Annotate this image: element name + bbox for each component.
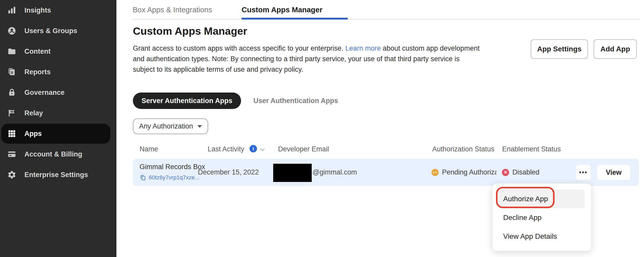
active-tab-underline [242,18,348,20]
tab-custom-apps-manager[interactable]: Custom Apps Manager [242,6,323,14]
sidebar-item-label: Enterprise Settings [24,171,88,179]
main-content: Box Apps & Integrations Custom Apps Mana… [116,0,644,257]
sidebar-item-label: Relay [24,109,43,117]
copy-icon [140,174,146,181]
menu-item-view-app-details[interactable]: View App Details [503,232,557,241]
sidebar-item-apps[interactable]: Apps [0,123,116,144]
sidebar-item-label: Apps [24,130,42,138]
sidebar-item-relay[interactable]: Relay [0,103,116,123]
sidebar-item-label: Governance [24,89,65,97]
server-authentication-apps-toggle[interactable]: Server Authentication Apps [133,93,241,109]
more-options-button[interactable]: ••• [576,164,591,180]
authorization-status-cell: ••• Pending Authorization [431,159,496,186]
enablement-status-text: Disabled [512,168,539,176]
view-button[interactable]: View [597,164,631,180]
page-description: Grant access to custom apps with access … [133,43,480,75]
sidebar-item-label: Account & Billing [24,150,82,158]
authorization-filter-value: Any Authorization [139,122,193,130]
menu-item-authorize-app[interactable]: Authorize App [503,195,548,203]
sidebar-item-content[interactable]: Content [0,41,116,62]
menu-item-decline-app[interactable]: Decline App [503,214,541,222]
description-line-3: subject to its applicable terms of use a… [133,64,480,75]
grid-icon [7,129,16,138]
description-line-2: and authentication types. Note: By conne… [133,54,480,64]
flag-icon [7,108,16,118]
description-line-1: Grant access to custom apps with access … [133,43,480,54]
folder-icon [7,47,16,56]
user-authentication-apps-toggle[interactable]: User Authentication Apps [253,93,338,109]
sidebar-item-label: Content [24,48,51,56]
dropdown-caret-icon [197,125,202,128]
column-header-last-activity[interactable]: Last Activity [208,145,244,153]
gear-icon [7,170,16,179]
sidebar-item-reports[interactable]: Reports [0,62,116,82]
sidebar-item-label: Reports [24,68,51,76]
redacted-email-block [273,164,312,182]
sidebar-item-users-groups[interactable]: Users & Groups [0,21,116,41]
report-icon [7,67,16,77]
row-context-menu: Authorize App Decline App View App Detai… [493,183,591,251]
enablement-status-cell: ✕ Disabled [502,159,539,186]
last-activity-cell: December 15, 2022 [198,159,259,186]
column-header-developer-email: Developer Email [278,145,329,153]
sidebar-item-label: Insights [24,6,51,14]
box-admin-console: Insights Users & Groups Content Reports [0,0,644,257]
info-icon[interactable]: i [250,145,257,152]
table-row[interactable]: Gimmal Records Box 60tz6y7vrp1q7xze... D… [133,159,639,186]
lock-icon [7,88,16,97]
bar-chart-icon [7,6,16,15]
sidebar-item-governance[interactable]: Governance [0,82,116,103]
sidebar: Insights Users & Groups Content Reports [0,0,116,257]
authorization-filter-dropdown[interactable]: Any Authorization [133,118,208,134]
app-settings-button[interactable]: App Settings [531,39,588,59]
developer-email-cell: @gimmal.com [312,159,357,186]
credit-card-icon [7,150,16,159]
column-header-authorization-status: Authorization Status [432,145,494,153]
learn-more-link[interactable]: Learn more [345,44,381,52]
client-id: 60tz6y7vrp1q7xze... [149,174,199,181]
user-circle-icon [7,26,16,35]
sidebar-item-insights[interactable]: Insights [0,0,116,21]
column-header-enablement-status: Enablement Status [502,145,561,153]
sidebar-item-account-billing[interactable]: Account & Billing [0,144,116,164]
sidebar-item-label: Users & Groups [24,27,77,35]
sort-chevron-down-icon[interactable] [260,148,265,152]
page-title: Custom Apps Manager [133,25,247,37]
disabled-status-icon: ✕ [502,169,509,176]
sidebar-item-enterprise-settings[interactable]: Enterprise Settings [0,164,116,185]
column-header-name: Name [140,145,158,153]
add-app-button[interactable]: Add App [594,39,637,59]
tab-bar: Box Apps & Integrations Custom Apps Mana… [133,0,640,20]
app-name: Gimmal Records Box [140,163,205,171]
authorization-status-text: Pending Authorization [442,168,496,176]
pending-status-icon: ••• [431,169,439,176]
client-id-line[interactable]: 60tz6y7vrp1q7xze... [140,174,199,181]
tab-box-apps-integrations[interactable]: Box Apps & Integrations [133,6,212,14]
